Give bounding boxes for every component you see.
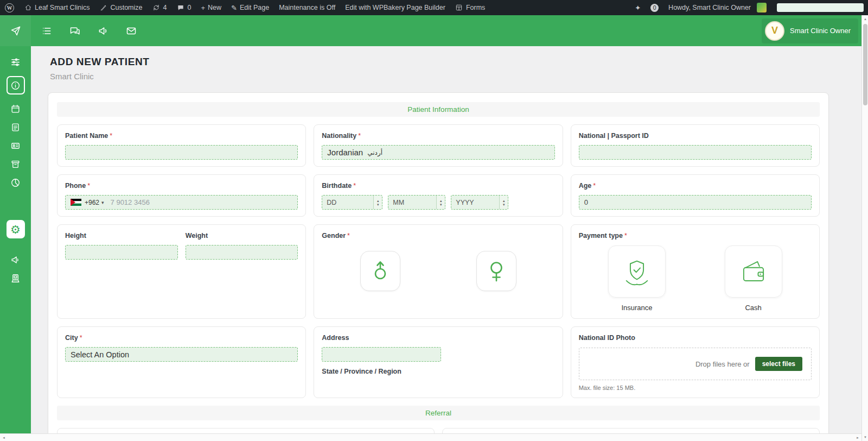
forms-menu[interactable]: Forms (450, 0, 490, 15)
form-row-4: City* Select An Option Address State / P… (57, 326, 820, 398)
age-input[interactable]: 0 (579, 195, 812, 210)
new-content-menu[interactable]: + New (196, 0, 226, 15)
mail-icon[interactable] (125, 25, 137, 37)
address-input[interactable] (322, 347, 441, 362)
assistant-menu[interactable]: ✦ (630, 4, 646, 11)
plus-icon: + (201, 4, 205, 11)
file-dropzone[interactable]: Drop files here or select files (579, 348, 812, 380)
chat-icon[interactable] (69, 25, 81, 37)
year-stepper[interactable]: ▴▾ (499, 196, 508, 209)
edit-page-menu[interactable]: ✎ Edit Page (226, 0, 274, 15)
site-name-label: Leaf Smart Clinics (35, 4, 90, 11)
form-row-3: Height Weight Gender* (57, 224, 820, 319)
wpbakery-menu[interactable]: Edit with WPBakery Page Builder (340, 0, 450, 15)
scroll-up-arrow[interactable]: ▲ (862, 15, 868, 23)
insurance-label: Insurance (621, 304, 652, 312)
city-select[interactable]: Select An Option (65, 347, 298, 362)
scrollbar-thumb[interactable] (863, 24, 867, 105)
phone-input[interactable]: +962 ▾ 7 9012 3456 (65, 195, 298, 210)
wpbakery-label: Edit with WPBakery Page Builder (345, 4, 445, 11)
maintenance-menu[interactable]: Maintenance is Off (274, 0, 340, 15)
dial-code[interactable]: +962 (85, 199, 99, 206)
sidebar-item-calendar[interactable] (7, 99, 25, 118)
address-label: Address (322, 334, 349, 342)
day-stepper[interactable]: ▴▾ (373, 196, 382, 209)
weight-input[interactable] (186, 245, 298, 260)
wp-admin-bar: W Leaf Smart Clinics Customize 4 0 + New… (0, 0, 868, 15)
birthdate-label: Birthdate (322, 182, 352, 190)
sidebar-item-records[interactable] (7, 118, 25, 136)
scroll-left-arrow[interactable]: ◄ (0, 434, 8, 441)
birthdate-month-input[interactable]: MM ▴▾ (388, 195, 445, 210)
jordan-flag-icon (71, 199, 81, 206)
edit-page-label: Edit Page (240, 4, 269, 11)
wp-logo-menu[interactable]: W (0, 0, 19, 15)
birthdate-day-input[interactable]: DD ▴▾ (322, 195, 382, 210)
updates-icon (152, 4, 160, 12)
gender-male-button[interactable] (360, 251, 400, 291)
my-account-menu[interactable]: Howdy, Smart Clinic Owner (663, 3, 771, 12)
site-name-menu[interactable]: Leaf Smart Clinics (19, 0, 94, 15)
nationality-label: Nationality (322, 132, 356, 140)
payment-option-insurance[interactable]: Insurance (608, 245, 666, 312)
customize-menu[interactable]: Customize (94, 0, 147, 15)
vertical-scrollbar[interactable]: ▲ ▼ (861, 15, 868, 441)
kiosk-icon (10, 273, 21, 284)
announcement-icon[interactable] (97, 25, 109, 37)
gender-label: Gender (322, 232, 346, 240)
list-icon[interactable] (41, 25, 53, 37)
page-subtitle: Smart Clinic (50, 72, 861, 81)
header-icon-group (41, 25, 137, 37)
sidebar-item-settings[interactable]: ⚙ (7, 220, 25, 238)
national-id-input[interactable] (579, 145, 812, 160)
patient-name-label: Patient Name (65, 132, 108, 140)
gender-female-button[interactable] (476, 251, 516, 291)
section-header-patient-information: Patient Information (57, 102, 820, 117)
height-weight-field: Height Weight (57, 224, 306, 319)
payment-option-cash[interactable]: Cash (725, 245, 782, 312)
customize-label: Customize (110, 4, 142, 11)
admin-bar-right: ✦ 0 Howdy, Smart Clinic Owner (630, 3, 868, 12)
birthdate-year-input[interactable]: YYYY ▴▾ (451, 195, 508, 210)
sidebar-item-reports[interactable] (7, 173, 25, 192)
birthdate-inputs: DD ▴▾ MM ▴▾ YYYY ▴▾ (322, 195, 554, 210)
app-logo[interactable] (0, 15, 31, 46)
wordpress-logo-icon: W (5, 3, 14, 12)
new-label: New (208, 4, 221, 11)
select-files-button[interactable]: select files (755, 357, 802, 371)
payment-type-label: Payment type (579, 232, 623, 240)
sidebar-item-patient-info[interactable] (7, 76, 25, 94)
sidebar-item-inventory[interactable] (7, 155, 25, 173)
patient-name-input[interactable] (65, 145, 298, 160)
sidebar-item-settings-sliders[interactable] (7, 53, 25, 71)
sidebar-item-contacts[interactable] (7, 136, 25, 155)
form-row-2: Phone* +962 ▾ 7 9012 3456 Birthdate* DD … (57, 174, 820, 217)
sidebar-item-kiosk[interactable] (7, 269, 25, 287)
horizontal-scrollbar[interactable]: ◄ ► (0, 433, 861, 441)
comments-menu[interactable]: 0 (171, 0, 196, 15)
month-placeholder: MM (393, 199, 404, 206)
cash-label: Cash (745, 304, 761, 312)
nationality-input[interactable]: Jordanian أردني (322, 145, 554, 160)
gear-icon: ⚙ (10, 224, 21, 235)
updates-menu[interactable]: 4 (147, 0, 171, 15)
phone-field: Phone* +962 ▾ 7 9012 3456 (57, 174, 306, 217)
notifications-menu[interactable]: 0 (646, 4, 663, 12)
forms-label: Forms (466, 4, 485, 11)
sidebar-item-marketing[interactable] (7, 250, 25, 269)
document-icon (10, 122, 21, 133)
patient-form-card: Patient Information Patient Name* Nation… (48, 92, 829, 433)
sub-referral-field: Sub Referral – Fill Out Other Fields – (442, 428, 820, 433)
height-input[interactable] (65, 245, 178, 260)
scroll-right-arrow[interactable]: ► (854, 434, 861, 441)
form-row-referral: Referral Sub Referral – Fill Out Other F… (57, 428, 820, 433)
user-menu[interactable]: V Smart Clinic Owner (762, 18, 858, 43)
month-stepper[interactable]: ▴▾ (436, 196, 445, 209)
nationality-value: Jordanian (327, 148, 363, 157)
cash-card[interactable] (725, 245, 782, 298)
insurance-card[interactable] (608, 245, 666, 298)
insurance-shield-icon (621, 256, 653, 287)
toolbar-plugin-box[interactable] (777, 3, 864, 12)
app-header: V Smart Clinic Owner (0, 15, 868, 46)
scroll-down-arrow[interactable]: ▼ (862, 433, 868, 441)
